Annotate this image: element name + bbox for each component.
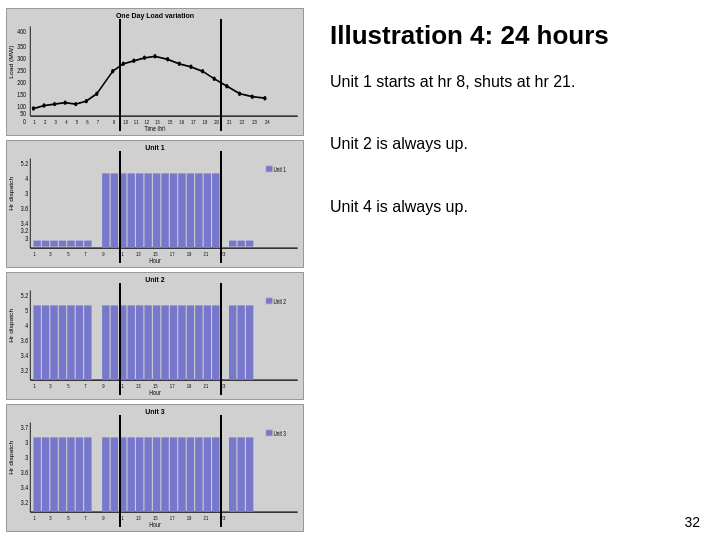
svg-rect-69 — [76, 241, 83, 247]
svg-text:17: 17 — [170, 514, 175, 521]
svg-text:1: 1 — [33, 118, 35, 125]
chart3-svg: 5.2 5 4 3.6 3.4 3.2 — [7, 283, 303, 395]
svg-rect-66 — [50, 241, 57, 247]
svg-point-48 — [213, 76, 216, 80]
vline-right-1 — [220, 19, 222, 131]
svg-rect-64 — [33, 241, 40, 247]
svg-rect-78 — [161, 173, 168, 248]
svg-rect-79 — [170, 173, 177, 248]
svg-text:4: 4 — [25, 174, 28, 182]
svg-point-49 — [225, 84, 228, 88]
svg-rect-82 — [195, 173, 202, 248]
svg-text:7: 7 — [84, 382, 86, 389]
svg-rect-173 — [153, 437, 160, 512]
svg-text:19: 19 — [187, 514, 192, 521]
vline-left-1 — [119, 19, 121, 131]
svg-text:150: 150 — [17, 90, 26, 98]
svg-point-37 — [85, 99, 88, 103]
svg-point-35 — [64, 100, 67, 104]
svg-text:400: 400 — [17, 27, 26, 35]
svg-rect-87 — [246, 241, 253, 247]
svg-text:3: 3 — [25, 189, 28, 197]
svg-text:3: 3 — [25, 234, 28, 242]
svg-rect-70 — [84, 241, 91, 247]
svg-rect-117 — [76, 305, 83, 380]
svg-text:15: 15 — [168, 118, 173, 125]
svg-text:7: 7 — [84, 514, 86, 521]
svg-rect-118 — [84, 305, 91, 380]
svg-text:9: 9 — [102, 382, 104, 389]
svg-text:18: 18 — [203, 118, 208, 125]
svg-text:3: 3 — [25, 438, 28, 446]
svg-rect-81 — [187, 173, 194, 248]
svg-rect-163 — [59, 437, 66, 512]
svg-text:19: 19 — [187, 382, 192, 389]
svg-text:Load (MW): Load (MW) — [9, 45, 14, 78]
svg-text:200: 200 — [17, 78, 26, 86]
vline-right-2 — [220, 151, 222, 263]
chart-load-variation: One Day Load variation 400 350 300 250 2… — [6, 8, 304, 136]
charts-column: One Day Load variation 400 350 300 250 2… — [0, 0, 310, 540]
svg-rect-134 — [237, 305, 244, 380]
svg-rect-175 — [170, 437, 177, 512]
svg-text:9: 9 — [113, 118, 115, 125]
svg-rect-165 — [76, 437, 83, 512]
svg-rect-196 — [266, 430, 272, 436]
svg-text:13: 13 — [136, 514, 141, 521]
svg-rect-83 — [204, 173, 211, 248]
svg-rect-122 — [128, 305, 135, 380]
page-title: Illustration 4: 24 hours — [330, 20, 700, 51]
svg-rect-148 — [266, 298, 272, 304]
svg-rect-164 — [67, 437, 74, 512]
svg-rect-166 — [84, 437, 91, 512]
svg-text:3: 3 — [49, 514, 51, 521]
chart3-title: Unit 2 — [7, 273, 303, 283]
svg-text:Hour: Hour — [149, 520, 161, 527]
svg-rect-171 — [136, 437, 143, 512]
svg-rect-75 — [136, 173, 143, 248]
svg-text:Unit 2: Unit 2 — [273, 298, 285, 305]
svg-text:11: 11 — [134, 118, 139, 125]
svg-text:3.7: 3.7 — [21, 423, 29, 431]
description-unit1: Unit 1 starts at hr 8, shuts at hr 21. — [330, 71, 700, 93]
svg-rect-168 — [111, 437, 118, 512]
svg-point-44 — [166, 57, 169, 61]
svg-rect-65 — [42, 241, 49, 247]
svg-text:3.6: 3.6 — [21, 336, 29, 344]
svg-text:22: 22 — [240, 118, 245, 125]
svg-rect-130 — [195, 305, 202, 380]
svg-text:Hr dispatch: Hr dispatch — [9, 309, 14, 343]
svg-rect-179 — [204, 437, 211, 512]
svg-text:16: 16 — [179, 118, 184, 125]
svg-rect-76 — [144, 173, 151, 248]
svg-rect-183 — [246, 437, 253, 512]
svg-text:1: 1 — [33, 382, 35, 389]
svg-text:3.4: 3.4 — [21, 483, 29, 491]
svg-rect-127 — [170, 305, 177, 380]
svg-text:3.6: 3.6 — [21, 204, 29, 212]
svg-point-36 — [74, 102, 77, 106]
svg-rect-132 — [212, 305, 219, 380]
svg-rect-133 — [229, 305, 236, 380]
chart1-title: One Day Load variation — [7, 9, 303, 19]
svg-rect-77 — [153, 173, 160, 248]
svg-text:7: 7 — [97, 118, 99, 125]
svg-rect-114 — [50, 305, 57, 380]
svg-point-32 — [32, 106, 35, 110]
chart-unit1: Unit 1 5.2 4 3 3.6 3.4 3.2 3 — [6, 140, 304, 268]
svg-rect-129 — [187, 305, 194, 380]
svg-rect-72 — [111, 173, 118, 248]
svg-text:Hour: Hour — [149, 388, 161, 395]
svg-text:3: 3 — [49, 382, 51, 389]
svg-text:5: 5 — [67, 382, 69, 389]
svg-rect-135 — [246, 305, 253, 380]
svg-text:21: 21 — [204, 250, 209, 257]
svg-rect-162 — [50, 437, 57, 512]
svg-point-45 — [178, 62, 181, 66]
svg-text:19: 19 — [187, 250, 192, 257]
svg-rect-170 — [128, 437, 135, 512]
svg-text:Hr dispatch: Hr dispatch — [9, 441, 14, 475]
svg-rect-180 — [212, 437, 219, 512]
svg-text:4: 4 — [25, 321, 28, 329]
svg-point-52 — [263, 96, 266, 100]
